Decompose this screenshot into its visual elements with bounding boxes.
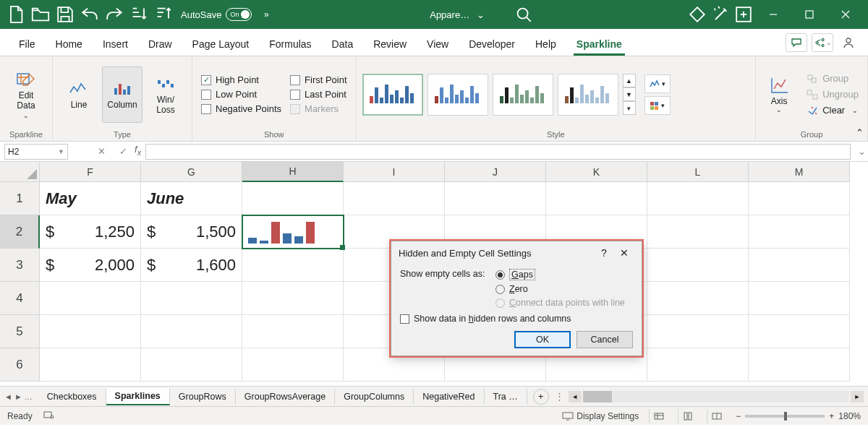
cell-K1[interactable] xyxy=(546,182,647,215)
sort-asc-icon[interactable] xyxy=(129,4,149,25)
tab-draw[interactable]: Draw xyxy=(138,33,182,56)
fx-label[interactable]: fx xyxy=(135,144,141,160)
col-header-I[interactable]: I xyxy=(344,162,445,182)
row-header-5[interactable]: 5 xyxy=(0,315,40,348)
autosave-toggle[interactable]: AutoSave On xyxy=(181,8,252,21)
cell-H2[interactable] xyxy=(242,215,344,249)
maximize-button[interactable] xyxy=(793,0,826,29)
type-winloss-button[interactable]: Win/ Loss xyxy=(145,66,186,123)
minimize-button[interactable] xyxy=(757,0,790,29)
row-header-1[interactable]: 1 xyxy=(0,182,40,215)
check-negative-points[interactable]: Negative Points xyxy=(201,103,281,114)
zoom-in[interactable]: + xyxy=(829,411,834,421)
open-file-icon[interactable] xyxy=(30,4,51,25)
col-header-F[interactable]: F xyxy=(40,162,141,182)
cell-F3[interactable]: $2,000 xyxy=(40,249,141,282)
formula-input[interactable] xyxy=(145,144,851,160)
redo-icon[interactable] xyxy=(104,4,124,25)
cell-F2[interactable]: $1,250 xyxy=(40,215,141,249)
type-column-button[interactable]: Column xyxy=(102,66,142,123)
dialog-close-icon[interactable]: ✕ xyxy=(614,247,634,259)
cell-G2[interactable]: $1,500 xyxy=(141,215,242,249)
style-item-1[interactable] xyxy=(362,74,423,116)
wand-icon[interactable] xyxy=(710,4,731,25)
col-header-J[interactable]: J xyxy=(445,162,546,182)
check-first-point[interactable]: First Point xyxy=(290,74,347,85)
sheet-tab-divider[interactable]: ⋮ xyxy=(555,391,564,402)
cell-G1[interactable]: June xyxy=(141,182,242,215)
save-icon[interactable] xyxy=(55,4,75,25)
macro-record-icon[interactable] xyxy=(43,410,54,422)
axis-button[interactable]: Axis⌄ xyxy=(762,76,796,113)
diamond-icon[interactable] xyxy=(687,4,707,25)
check-last-point[interactable]: Last Point xyxy=(290,89,347,100)
hscroll-left[interactable]: ◄ xyxy=(569,391,582,402)
sheet-tab-sparklines[interactable]: Sparklines xyxy=(106,388,170,405)
sheet-tab-tra[interactable]: Tra … xyxy=(485,389,527,405)
sheet-tab-negativered[interactable]: NegativeRed xyxy=(414,389,484,405)
cell-J1[interactable] xyxy=(445,182,546,215)
cell-H3[interactable] xyxy=(242,249,344,282)
radio-zero[interactable]: Zero xyxy=(495,284,625,294)
col-header-H[interactable]: H xyxy=(242,162,344,182)
zoom-slider[interactable] xyxy=(745,415,825,418)
cell-M2[interactable] xyxy=(749,215,850,249)
tab-review[interactable]: Review xyxy=(363,33,417,56)
cell-F1[interactable]: May xyxy=(40,182,141,215)
ok-button[interactable]: OK xyxy=(514,331,571,348)
tab-help[interactable]: Help xyxy=(525,33,566,56)
app-mode-icon[interactable] xyxy=(733,4,754,25)
close-button[interactable] xyxy=(829,0,862,29)
share-button[interactable]: ⌄ xyxy=(812,33,833,52)
check-show-hidden[interactable]: Show data in hidden rows and columns xyxy=(400,314,633,324)
tab-view[interactable]: View xyxy=(417,33,459,56)
row-header-2[interactable]: 2 xyxy=(0,215,40,249)
tab-formulas[interactable]: Formulas xyxy=(259,33,321,56)
sheet-nav-next[interactable]: ► xyxy=(14,392,22,401)
cell-L1[interactable] xyxy=(647,182,749,215)
expand-formula-bar[interactable]: ⌄ xyxy=(855,146,868,157)
view-page-layout[interactable] xyxy=(678,409,697,423)
hscroll-track[interactable] xyxy=(583,391,849,402)
clear-cmd[interactable]: Clear⌄ xyxy=(804,103,861,117)
style-scroll-up[interactable]: ▲ xyxy=(623,74,636,87)
cell-L2[interactable] xyxy=(647,215,749,249)
search-icon[interactable] xyxy=(514,4,534,25)
tab-home[interactable]: Home xyxy=(46,33,93,56)
style-item-4[interactable] xyxy=(558,74,618,116)
col-header-L[interactable]: L xyxy=(647,162,749,182)
style-item-3[interactable] xyxy=(493,74,553,116)
radio-gaps[interactable]: Gaps xyxy=(495,269,625,280)
sheet-nav-prev[interactable]: ◄ xyxy=(4,392,12,401)
style-item-2[interactable] xyxy=(427,74,488,116)
name-box[interactable]: H2▼ xyxy=(4,144,68,160)
sort-desc-icon[interactable] xyxy=(153,4,174,25)
hscroll-right[interactable]: ► xyxy=(851,391,864,402)
qa-overflow-icon[interactable]: » xyxy=(256,4,276,25)
cell-M1[interactable] xyxy=(749,182,850,215)
view-page-break[interactable] xyxy=(707,409,726,423)
cell-H1[interactable] xyxy=(242,182,344,215)
col-header-M[interactable]: M xyxy=(749,162,850,182)
sheet-nav-more[interactable]: … xyxy=(25,392,33,401)
new-file-icon[interactable] xyxy=(6,4,26,25)
tab-developer[interactable]: Developer xyxy=(459,33,525,56)
row-header-4[interactable]: 4 xyxy=(0,282,40,315)
col-header-K[interactable]: K xyxy=(546,162,647,182)
sheet-tab-checkboxes[interactable]: Checkboxes xyxy=(38,389,106,405)
display-settings[interactable]: Display Settings xyxy=(562,411,639,421)
sheet-tab-groupcolumns[interactable]: GroupColumns xyxy=(335,389,414,405)
col-header-G[interactable]: G xyxy=(141,162,242,182)
zoom-level[interactable]: 180% xyxy=(838,411,861,421)
edit-data-button[interactable]: Edit Data⌄ xyxy=(6,66,46,123)
tab-insert[interactable]: Insert xyxy=(93,33,138,56)
cell-M3[interactable] xyxy=(749,249,850,282)
cell-L3[interactable] xyxy=(647,249,749,282)
sheet-tab-grouprowsavg[interactable]: GroupRowsAverage xyxy=(236,389,335,405)
cell-G3[interactable]: $1,600 xyxy=(141,249,242,282)
collapse-ribbon-icon[interactable]: ⌃ xyxy=(856,127,864,138)
tab-sparkline[interactable]: Sparkline xyxy=(566,33,632,56)
doc-dropdown-icon[interactable]: ⌄ xyxy=(477,9,485,20)
style-scroll-down[interactable]: ▼ xyxy=(623,87,636,101)
comments-button[interactable] xyxy=(786,33,807,52)
